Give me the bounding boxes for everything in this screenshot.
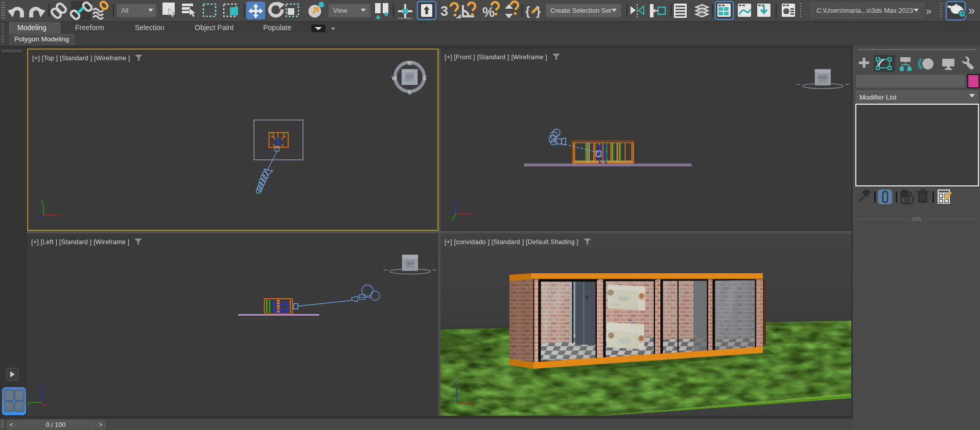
svg-text:y: y	[450, 405, 453, 411]
svg-text:N: N	[408, 60, 412, 66]
svg-text:>: >	[99, 421, 102, 428]
svg-text:FRONT: FRONT	[818, 76, 829, 79]
svg-text:z: z	[40, 385, 42, 390]
svg-text:S: S	[408, 89, 411, 95]
svg-text:%: %	[482, 5, 495, 20]
svg-text:View: View	[333, 7, 348, 14]
svg-text:z: z	[454, 197, 456, 203]
svg-text:z: z	[39, 216, 42, 222]
svg-text:All: All	[121, 7, 129, 14]
svg-text:»: »	[926, 5, 931, 16]
svg-text:x: x	[470, 401, 472, 407]
svg-text:C:\Users\maria...s\3ds Max 202: C:\Users\maria...s\3ds Max 2023	[816, 7, 913, 14]
svg-text:Create Selection Set: Create Selection Set	[550, 7, 612, 14]
svg-text:TOP: TOP	[406, 75, 413, 79]
svg-text:<: <	[9, 421, 13, 428]
svg-text:LEFT: LEFT	[406, 261, 414, 265]
svg-text:»: »	[968, 4, 975, 17]
svg-text:E: E	[423, 75, 427, 81]
svg-text:z: z	[455, 379, 457, 385]
svg-text:x: x	[470, 211, 472, 217]
svg-text:y: y	[41, 199, 43, 204]
svg-text:W: W	[392, 75, 398, 81]
svg-text:0 / 100: 0 / 100	[46, 421, 65, 428]
svg-text:x: x	[57, 212, 60, 218]
svg-text:}: }	[536, 4, 541, 18]
svg-text:x: x	[43, 402, 45, 408]
svg-text:Modifier List: Modifier List	[859, 93, 897, 101]
svg-text:y: y	[28, 400, 30, 406]
svg-text:y: y	[452, 215, 454, 221]
svg-text:3: 3	[440, 4, 448, 19]
svg-text:{: {	[525, 4, 530, 18]
